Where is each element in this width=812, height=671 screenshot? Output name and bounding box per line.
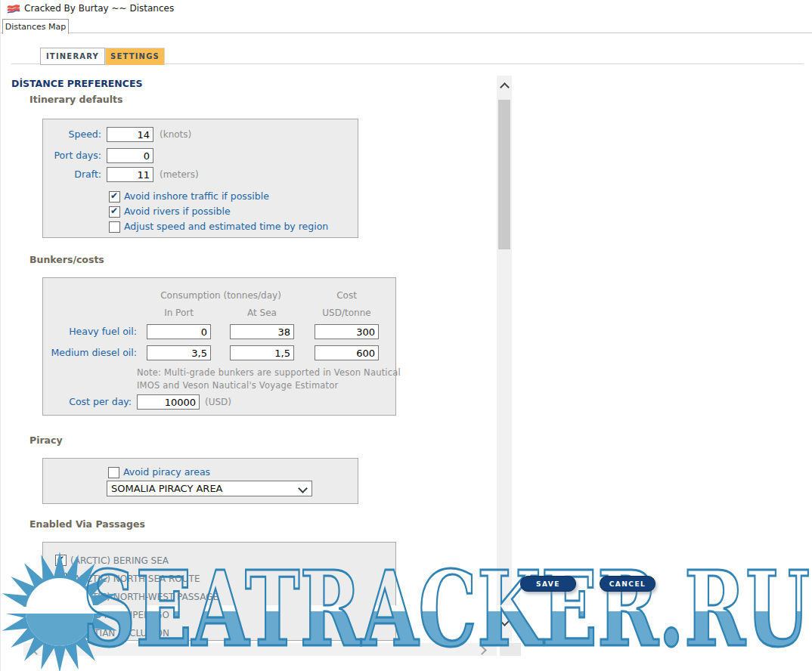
save-button[interactable]: SAVE [520,576,576,592]
usd-tonne-header: USD/tonne [315,308,379,318]
scrollbar-corner [500,643,521,656]
bering-sea-label: (ARCTIC) BERING SEA [70,555,169,567]
scroll-up-button[interactable] [497,76,512,94]
north-sea-route-label: (ARCTIC) NORTH SEA ROUTE [70,573,200,585]
avoid-piracy-areas-label: Avoid piracy areas [123,466,210,478]
section-heading-via-passages: Enabled Via Passages [29,518,145,530]
at-sea-header: At Sea [230,308,294,318]
in-port-header: In Port [147,308,211,318]
chevron-down-icon [298,484,308,493]
heavy-fuel-oil-label: Heavy fuel oil: [31,324,137,339]
adjust-speed-label: Adjust speed and estimated time by regio… [124,221,328,233]
section-heading-bunkers: Bunkers/costs [29,254,104,265]
bunkers-note-line2: IMOS and Veson Nautical's Voyage Estimat… [137,380,338,391]
medium-diesel-oil-label: Medium diesel oil: [31,345,137,360]
piracy-area-selected-value: SOMALIA PIRACY AREA [111,481,223,496]
port-days-label: Port days: [23,148,101,163]
scroll-down-button[interactable] [497,614,512,632]
avoid-rivers-label: Avoid rivers if possible [124,206,231,218]
scroll-left-button[interactable] [28,643,42,656]
aland-archipelago-label: ALAND ARCHIPELAGO [70,609,169,621]
avoid-inshore-traffic-label: Avoid inshore traffic if possible [124,190,269,203]
draft-input[interactable] [107,167,153,182]
chevron-down-icon [500,617,510,626]
piracy-area-select[interactable]: SOMALIA PIRACY AREA [107,481,312,496]
mdo-in-port-input[interactable] [147,345,211,360]
speed-input[interactable] [107,127,153,142]
speed-unit: (knots) [160,127,191,142]
section-heading-piracy: Piracy [29,434,63,446]
bunkers-note-line1: Note: Multi-grade bunkers are supported … [137,367,401,378]
chevron-right-icon [477,645,487,655]
cost-per-day-label: Cost per day: [46,394,132,410]
bering-sea-checkbox[interactable] [55,555,67,566]
hfo-cost-input[interactable] [315,324,379,339]
aland-archipelago-checkbox[interactable] [55,609,67,620]
chevron-up-icon [500,82,510,92]
aleutian-exclusion-label: ALEUTIAN EXCLUSION [70,627,169,639]
port-days-input[interactable] [107,148,153,163]
hfo-in-port-input[interactable] [147,324,211,339]
avoid-inshore-traffic-checkbox[interactable] [109,191,120,203]
cancel-button[interactable]: CANCEL [600,576,655,592]
app-flag-icon [7,4,20,14]
title-bar: Cracked By Burtay ~~ Distances [1,0,812,18]
adjust-speed-checkbox[interactable] [109,221,120,233]
north-west-passage-label: (ARCTIC) NORTH-WEST PASSAGE [70,591,218,603]
tab-itinerary[interactable]: ITINERARY [40,48,105,65]
horizontal-scrollbar[interactable] [23,643,497,656]
cost-per-day-input[interactable] [137,394,200,410]
mdo-at-sea-input[interactable] [230,345,294,360]
window-title: Cracked By Burtay ~~ Distances [24,3,174,14]
speed-label: Speed: [23,127,101,142]
draft-label: Draft: [23,167,101,182]
north-sea-route-checkbox[interactable] [55,573,67,584]
page-title: DİSTANCE PREFERENCES [11,78,143,89]
vertical-scrollbar-thumb[interactable] [498,100,510,249]
chevron-left-icon [32,645,42,655]
tab-settings[interactable]: SETTINGS [105,48,165,65]
cost-per-day-unit: (USD) [205,394,231,410]
mdo-cost-input[interactable] [315,345,379,360]
section-heading-itinerary-defaults: Itinerary defaults [29,94,122,105]
avoid-piracy-areas-checkbox[interactable] [108,467,119,478]
consumption-group-header: Consumption (tonnes/day) [147,290,295,301]
tab-distances-map[interactable]: Distances Map [2,19,69,34]
app-window: Cracked By Burtay ~~ Distances Distances… [0,0,812,671]
avoid-rivers-checkbox[interactable] [109,206,120,218]
draft-unit: (meters) [160,167,199,182]
north-west-passage-checkbox[interactable] [55,591,67,602]
scroll-right-button[interactable] [476,643,489,656]
cost-group-header: Cost [315,290,379,301]
hfo-at-sea-input[interactable] [230,324,294,339]
tabstrip-divider [1,32,812,33]
aleutian-exclusion-checkbox[interactable] [55,627,67,639]
